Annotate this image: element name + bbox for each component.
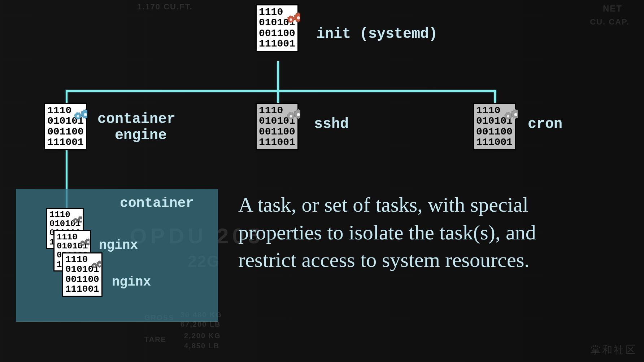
node-label-cron: cron	[528, 116, 562, 132]
container-title: container	[120, 195, 194, 211]
svg-point-11	[82, 243, 84, 244]
gear-icon	[75, 231, 90, 246]
svg-point-9	[75, 220, 77, 222]
watermark: 掌和社区	[591, 343, 637, 357]
svg-point-13	[93, 265, 95, 267]
svg-point-10	[87, 241, 89, 243]
svg-point-0	[297, 16, 300, 19]
node-label-nginx: nginx	[112, 275, 151, 290]
connector-line	[494, 90, 496, 103]
gear-icon	[280, 3, 300, 23]
svg-point-8	[80, 219, 82, 221]
svg-point-5	[290, 115, 292, 118]
svg-point-6	[514, 113, 517, 116]
diagram-stage: 1110 010101 001100 111001 init (systemd)…	[0, 0, 644, 362]
description-text: A task, or set of tasks, with special pr…	[238, 191, 570, 274]
gear-icon	[67, 100, 87, 120]
node-label-container-engine: container engine	[97, 111, 175, 144]
gear-icon	[280, 100, 300, 120]
connector-line	[66, 90, 496, 92]
svg-point-2	[84, 113, 87, 116]
connector-line	[277, 61, 279, 90]
svg-point-7	[507, 115, 509, 118]
connector-line	[277, 90, 279, 103]
gear-icon	[68, 209, 82, 224]
svg-point-1	[290, 18, 292, 21]
node-label-sshd: sshd	[314, 116, 349, 132]
gear-icon	[87, 254, 101, 268]
svg-point-4	[297, 113, 300, 116]
gear-icon	[497, 100, 518, 120]
node-label-init: init (systemd)	[316, 26, 438, 42]
node-label-nginx: nginx	[99, 238, 138, 253]
svg-point-12	[99, 264, 101, 266]
svg-point-3	[77, 115, 79, 118]
